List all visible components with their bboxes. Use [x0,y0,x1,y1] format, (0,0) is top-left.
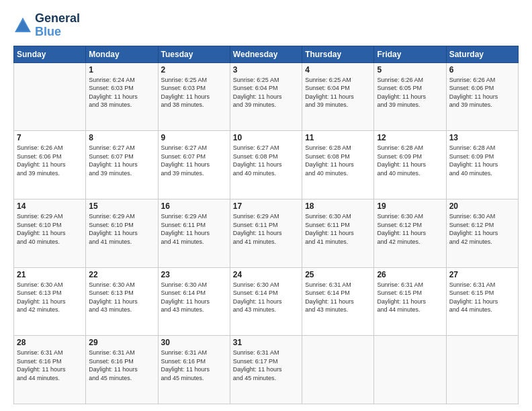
day-number: 25 [305,270,371,279]
day-number: 21 [17,270,83,279]
day-info: Sunrise: 6:28 AM Sunset: 6:09 PM Dayligh… [449,144,515,177]
day-info: Sunrise: 6:31 AM Sunset: 6:15 PM Dayligh… [377,281,443,314]
day-info: Sunrise: 6:27 AM Sunset: 6:07 PM Dayligh… [161,144,227,177]
svg-marker-1 [16,20,30,31]
table-row: 11Sunrise: 6:28 AM Sunset: 6:08 PM Dayli… [302,131,374,199]
table-row [374,336,446,404]
table-row: 8Sunrise: 6:27 AM Sunset: 6:07 PM Daylig… [86,131,158,199]
day-number: 1 [89,65,154,75]
table-row: 14Sunrise: 6:29 AM Sunset: 6:10 PM Dayli… [14,199,86,267]
day-info: Sunrise: 6:31 AM Sunset: 6:16 PM Dayligh… [17,349,83,382]
day-info: Sunrise: 6:31 AM Sunset: 6:16 PM Dayligh… [161,349,227,382]
table-row: 20Sunrise: 6:30 AM Sunset: 6:12 PM Dayli… [446,199,518,267]
day-number: 7 [17,133,83,142]
calendar-week-row: 21Sunrise: 6:30 AM Sunset: 6:13 PM Dayli… [14,267,519,336]
table-row: 22Sunrise: 6:30 AM Sunset: 6:13 PM Dayli… [86,267,158,336]
col-sunday: Sunday [14,46,86,62]
calendar-header-row: Sunday Monday Tuesday Wednesday Thursday… [14,46,519,62]
table-row: 15Sunrise: 6:29 AM Sunset: 6:10 PM Dayli… [86,199,158,267]
col-friday: Friday [374,46,446,62]
col-thursday: Thursday [302,46,374,62]
col-saturday: Saturday [446,46,518,62]
table-row: 21Sunrise: 6:30 AM Sunset: 6:13 PM Dayli… [14,267,86,336]
table-row: 2Sunrise: 6:25 AM Sunset: 6:03 PM Daylig… [158,62,230,131]
day-number: 19 [377,201,443,211]
day-info: Sunrise: 6:28 AM Sunset: 6:09 PM Dayligh… [377,144,443,177]
day-number: 24 [233,270,299,279]
col-wednesday: Wednesday [230,46,302,62]
day-info: Sunrise: 6:31 AM Sunset: 6:17 PM Dayligh… [233,349,299,382]
calendar-week-row: 14Sunrise: 6:29 AM Sunset: 6:10 PM Dayli… [14,199,519,267]
table-row: 23Sunrise: 6:30 AM Sunset: 6:14 PM Dayli… [158,267,230,336]
table-row: 28Sunrise: 6:31 AM Sunset: 6:16 PM Dayli… [14,336,86,404]
day-info: Sunrise: 6:31 AM Sunset: 6:15 PM Dayligh… [449,281,515,314]
day-number: 6 [449,65,515,75]
table-row: 18Sunrise: 6:30 AM Sunset: 6:11 PM Dayli… [302,199,374,267]
table-row: 17Sunrise: 6:29 AM Sunset: 6:11 PM Dayli… [230,199,302,267]
logo-text: General Blue [35,12,80,39]
day-info: Sunrise: 6:24 AM Sunset: 6:03 PM Dayligh… [89,76,154,109]
day-number: 29 [89,338,154,347]
day-info: Sunrise: 6:25 AM Sunset: 6:04 PM Dayligh… [305,76,371,109]
day-number: 12 [377,133,443,142]
day-info: Sunrise: 6:25 AM Sunset: 6:04 PM Dayligh… [233,76,299,109]
day-info: Sunrise: 6:27 AM Sunset: 6:08 PM Dayligh… [233,144,299,177]
table-row [14,62,86,131]
table-row: 29Sunrise: 6:31 AM Sunset: 6:16 PM Dayli… [86,336,158,404]
day-info: Sunrise: 6:28 AM Sunset: 6:08 PM Dayligh… [305,144,371,177]
table-row: 7Sunrise: 6:26 AM Sunset: 6:06 PM Daylig… [14,131,86,199]
day-info: Sunrise: 6:26 AM Sunset: 6:06 PM Dayligh… [449,76,515,109]
table-row: 9Sunrise: 6:27 AM Sunset: 6:07 PM Daylig… [158,131,230,199]
calendar-week-row: 7Sunrise: 6:26 AM Sunset: 6:06 PM Daylig… [14,131,519,199]
day-number: 30 [161,338,227,347]
table-row: 4Sunrise: 6:25 AM Sunset: 6:04 PM Daylig… [302,62,374,131]
day-number: 28 [17,338,83,347]
day-number: 10 [233,133,299,142]
day-info: Sunrise: 6:29 AM Sunset: 6:10 PM Dayligh… [89,212,154,246]
day-info: Sunrise: 6:30 AM Sunset: 6:13 PM Dayligh… [89,281,154,314]
day-info: Sunrise: 6:25 AM Sunset: 6:03 PM Dayligh… [161,76,227,109]
col-tuesday: Tuesday [158,46,230,62]
calendar-week-row: 28Sunrise: 6:31 AM Sunset: 6:16 PM Dayli… [14,336,519,404]
table-row: 12Sunrise: 6:28 AM Sunset: 6:09 PM Dayli… [374,131,446,199]
day-info: Sunrise: 6:30 AM Sunset: 6:12 PM Dayligh… [449,212,515,246]
table-row: 13Sunrise: 6:28 AM Sunset: 6:09 PM Dayli… [446,131,518,199]
day-number: 15 [89,201,154,211]
day-number: 11 [305,133,371,142]
day-info: Sunrise: 6:30 AM Sunset: 6:14 PM Dayligh… [161,281,227,314]
day-info: Sunrise: 6:26 AM Sunset: 6:05 PM Dayligh… [377,76,443,109]
day-info: Sunrise: 6:29 AM Sunset: 6:10 PM Dayligh… [17,212,83,246]
day-number: 4 [305,65,371,75]
day-number: 18 [305,201,371,211]
table-row: 10Sunrise: 6:27 AM Sunset: 6:08 PM Dayli… [230,131,302,199]
table-row: 27Sunrise: 6:31 AM Sunset: 6:15 PM Dayli… [446,267,518,336]
day-info: Sunrise: 6:30 AM Sunset: 6:14 PM Dayligh… [233,281,299,314]
table-row [302,336,374,404]
day-info: Sunrise: 6:29 AM Sunset: 6:11 PM Dayligh… [161,212,227,246]
table-row [446,336,518,404]
day-number: 22 [89,270,154,279]
table-row: 3Sunrise: 6:25 AM Sunset: 6:04 PM Daylig… [230,62,302,131]
day-number: 3 [233,65,299,75]
day-number: 9 [161,133,227,142]
day-number: 13 [449,133,515,142]
page: General Blue Sunday Monday Tuesday Wedne… [0,0,532,411]
table-row: 30Sunrise: 6:31 AM Sunset: 6:16 PM Dayli… [158,336,230,404]
table-row: 1Sunrise: 6:24 AM Sunset: 6:03 PM Daylig… [86,62,158,131]
day-number: 26 [377,270,443,279]
day-number: 27 [449,270,515,279]
day-info: Sunrise: 6:30 AM Sunset: 6:13 PM Dayligh… [17,281,83,314]
day-number: 14 [17,201,83,211]
day-info: Sunrise: 6:27 AM Sunset: 6:07 PM Dayligh… [89,144,154,177]
logo-icon [13,16,32,35]
col-monday: Monday [86,46,158,62]
day-info: Sunrise: 6:26 AM Sunset: 6:06 PM Dayligh… [17,144,83,177]
header: General Blue [13,12,519,39]
table-row: 31Sunrise: 6:31 AM Sunset: 6:17 PM Dayli… [230,336,302,404]
day-info: Sunrise: 6:29 AM Sunset: 6:11 PM Dayligh… [233,212,299,246]
day-number: 5 [377,65,443,75]
logo: General Blue [13,12,80,39]
day-number: 17 [233,201,299,211]
day-number: 8 [89,133,154,142]
day-number: 31 [233,338,299,347]
